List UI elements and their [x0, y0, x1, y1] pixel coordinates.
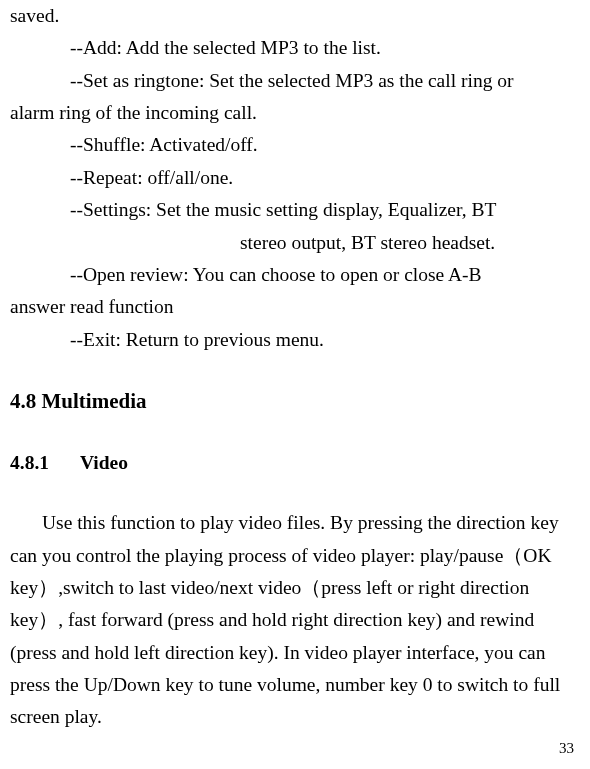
- line-openreview-2: answer read function: [10, 291, 580, 323]
- page-number: 33: [559, 736, 574, 761]
- heading-video-number: 4.8.1: [10, 447, 80, 479]
- heading-video-label: Video: [80, 452, 128, 473]
- paragraph-video-body: Use this function to play video files. B…: [10, 507, 580, 734]
- line-exit: --Exit: Return to previous menu.: [10, 324, 580, 356]
- line-saved: saved.: [10, 0, 580, 32]
- line-settings-1: --Settings: Set the music setting displa…: [10, 194, 580, 226]
- line-ringtone-1: --Set as ringtone: Set the selected MP3 …: [10, 65, 580, 97]
- line-openreview-1: --Open review: You can choose to open or…: [10, 259, 580, 291]
- line-shuffle: --Shuffle: Activated/off.: [10, 129, 580, 161]
- heading-multimedia: 4.8 Multimedia: [10, 384, 580, 419]
- heading-video: 4.8.1Video: [10, 447, 580, 479]
- line-settings-2: stereo output, BT stereo headset.: [10, 227, 580, 259]
- line-repeat: --Repeat: off/all/one.: [10, 162, 580, 194]
- page: saved. --Add: Add the selected MP3 to th…: [0, 0, 590, 769]
- line-add: --Add: Add the selected MP3 to the list.: [10, 32, 580, 64]
- line-ringtone-2: alarm ring of the incoming call.: [10, 97, 580, 129]
